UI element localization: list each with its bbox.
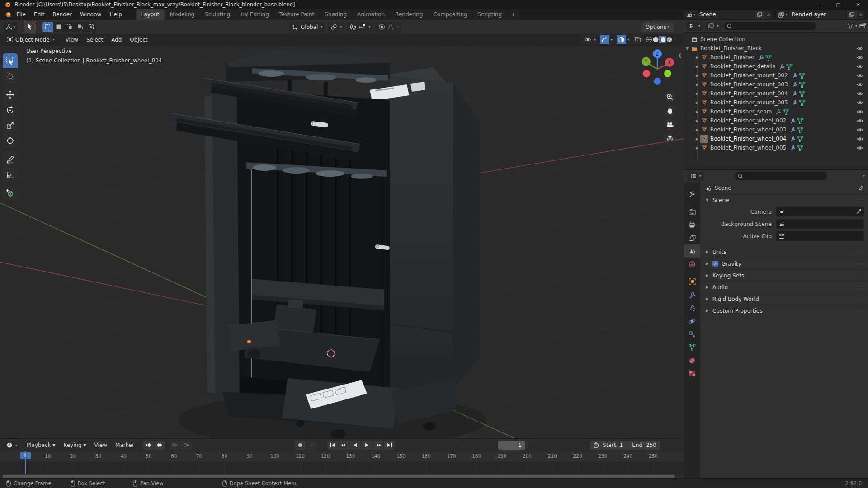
modifier-icon[interactable] bbox=[790, 118, 796, 124]
modifier-icon[interactable] bbox=[792, 91, 797, 97]
insert-keyframe-button[interactable] bbox=[170, 441, 181, 450]
properties-tab-view-layer[interactable] bbox=[684, 231, 700, 244]
gizmos-toggle[interactable]: ▾ bbox=[599, 35, 614, 44]
outliner-object-row[interactable]: ▶ Booklet_Finisher_wheel_003 bbox=[684, 125, 868, 134]
collection-name[interactable]: Booklet_Finisher_Black bbox=[700, 45, 762, 52]
workspace-tab-compositing[interactable]: Compositing bbox=[428, 9, 472, 20]
snapping-controls[interactable]: ▾ bbox=[347, 22, 373, 33]
properties-collapsed-section[interactable]: ▶ ✓ Units :::: bbox=[700, 246, 868, 258]
properties-tab-render[interactable] bbox=[684, 205, 700, 218]
timeline-scrollbar[interactable] bbox=[3, 475, 675, 478]
view-layer-selector[interactable]: ▾ RenderLayer ✕ bbox=[776, 10, 865, 19]
scene-collection-row[interactable]: ▼ Scene Collection bbox=[684, 35, 868, 44]
outliner-object-row[interactable]: ▶ Booklet_Finisher_mount_004 bbox=[684, 89, 868, 98]
end-value[interactable]: 250 bbox=[646, 442, 656, 448]
auto-keying-dropdown[interactable]: ▾ bbox=[306, 441, 317, 450]
auto-keying-button[interactable] bbox=[295, 441, 306, 450]
object-name[interactable]: Booklet_Finisher_mount_003 bbox=[710, 81, 788, 88]
workspace-tab-shading[interactable]: Shading bbox=[320, 9, 352, 20]
hide-eye-icon[interactable] bbox=[856, 117, 864, 125]
workspace-tab-layout[interactable]: Layout bbox=[136, 9, 165, 20]
hide-eye-icon[interactable] bbox=[856, 81, 864, 89]
start-value[interactable]: 1 bbox=[620, 442, 623, 448]
properties-tab-object[interactable] bbox=[684, 275, 700, 288]
close-button[interactable]: ✕ bbox=[848, 0, 868, 9]
scene-section-header[interactable]: ▼ Scene :::: bbox=[700, 194, 868, 206]
properties-tab-object-data[interactable] bbox=[684, 341, 700, 354]
workspace-tab-texture-paint[interactable]: Texture Paint bbox=[274, 9, 319, 20]
properties-options-icon[interactable]: ▾ bbox=[863, 174, 865, 178]
gizmo-z-neg[interactable] bbox=[654, 78, 661, 85]
outliner-object-row[interactable]: ▶ Booklet_Finisher_mount_005 bbox=[684, 98, 868, 107]
outliner-object-row[interactable]: ▶ Booklet_Finisher_details bbox=[684, 62, 868, 71]
hide-eye-icon[interactable] bbox=[856, 135, 864, 143]
new-collection-button[interactable] bbox=[859, 23, 866, 29]
menu-edit[interactable]: Edit bbox=[30, 9, 48, 20]
properties-tab-particles[interactable] bbox=[684, 301, 700, 314]
playhead-frame-badge[interactable]: 1 bbox=[20, 452, 31, 459]
select-mode-subtract[interactable] bbox=[64, 22, 75, 32]
minimize-button[interactable]: ─ bbox=[808, 0, 828, 9]
hide-eye-icon[interactable] bbox=[856, 126, 864, 134]
editor-type-button[interactable]: ▾ bbox=[4, 22, 17, 33]
tool-scale[interactable] bbox=[3, 118, 18, 133]
tool-transform[interactable] bbox=[3, 133, 18, 149]
properties-display-mode[interactable]: ▾ bbox=[688, 172, 704, 181]
collection-row[interactable]: ▼ Booklet_Finisher_Black bbox=[684, 44, 868, 53]
menu-window[interactable]: Window bbox=[76, 9, 105, 20]
shading-wireframe-button[interactable] bbox=[646, 36, 652, 43]
xray-toggle[interactable] bbox=[632, 35, 644, 44]
outliner-filter-mode[interactable]: ▾ bbox=[705, 22, 722, 31]
modifier-icon[interactable] bbox=[790, 127, 796, 133]
tool-select-box[interactable] bbox=[3, 53, 18, 69]
jump-to-end-button[interactable] bbox=[384, 441, 395, 450]
next-keyframe-button[interactable] bbox=[373, 441, 384, 450]
viewport-canvas[interactable] bbox=[0, 34, 684, 438]
tool-move[interactable] bbox=[3, 87, 18, 103]
outliner-filter-button[interactable]: ▾ bbox=[848, 23, 857, 29]
properties-tab-scene[interactable] bbox=[684, 244, 700, 258]
tool-add-cube[interactable] bbox=[3, 186, 18, 201]
section-checkbox[interactable]: ✓ bbox=[712, 261, 718, 267]
jump-to-start-button[interactable] bbox=[327, 441, 339, 450]
unlink-scene-button[interactable]: ✕ bbox=[764, 12, 773, 17]
properties-search[interactable] bbox=[735, 172, 827, 180]
pan-hand-button[interactable] bbox=[664, 105, 676, 117]
properties-collapsed-section[interactable]: ▶ ✓ Rigid Body World :::: bbox=[700, 293, 868, 305]
outliner-object-row[interactable]: ▶ Booklet_Finisher_wheel_005 bbox=[684, 143, 868, 152]
workspace-tab-uv-editing[interactable]: UV Editing bbox=[236, 9, 274, 20]
background-scene-field[interactable] bbox=[776, 219, 864, 229]
modifier-icon[interactable] bbox=[790, 145, 796, 151]
sidebar-collapse-icon[interactable]: ❮ bbox=[678, 53, 682, 58]
hide-eye-icon[interactable] bbox=[856, 144, 864, 152]
orientation-dropdown[interactable]: Global ▾ bbox=[289, 22, 325, 33]
zoom-button[interactable] bbox=[664, 91, 676, 103]
modifier-icon[interactable] bbox=[792, 100, 797, 106]
mesh-data-icon[interactable] bbox=[799, 100, 805, 106]
timeline-track[interactable] bbox=[0, 462, 684, 474]
tool-annotate[interactable] bbox=[3, 152, 18, 167]
timeline-menu-keying[interactable]: Keying ▾ bbox=[59, 440, 90, 450]
properties-tab-tool[interactable] bbox=[684, 188, 700, 201]
play-reverse-button[interactable] bbox=[350, 441, 361, 450]
delete-keyframe-button[interactable] bbox=[181, 441, 192, 450]
mesh-data-icon[interactable] bbox=[799, 91, 805, 97]
object-name[interactable]: Booklet_Finisher_wheel_005 bbox=[710, 145, 786, 151]
jump-prev-keyframe-button[interactable] bbox=[143, 441, 154, 450]
add-workspace-button[interactable]: + bbox=[507, 9, 519, 20]
new-view-layer-button[interactable] bbox=[846, 11, 857, 19]
outliner-object-row[interactable]: ▶ Booklet_Finisher_wheel_004 bbox=[684, 134, 868, 143]
booklet-finisher-model[interactable] bbox=[166, 49, 480, 438]
mesh-object-icon[interactable] bbox=[700, 81, 708, 89]
timeline-menu-view[interactable]: View bbox=[90, 440, 111, 450]
camera-view-button[interactable] bbox=[664, 119, 676, 131]
object-name[interactable]: Booklet_Finisher_mount_005 bbox=[710, 99, 788, 106]
shading-solid-button[interactable] bbox=[652, 36, 659, 43]
hide-eye-icon[interactable] bbox=[856, 90, 864, 98]
object-name[interactable]: Booklet_Finisher_wheel_002 bbox=[710, 117, 786, 124]
gizmo-x-neg[interactable] bbox=[643, 70, 650, 77]
properties-collapsed-section[interactable]: ▶ ✓ Gravity :::: bbox=[700, 258, 868, 269]
navigation-gizmo[interactable]: Z Y X bbox=[635, 46, 680, 91]
modifier-icon[interactable] bbox=[758, 55, 764, 61]
play-button[interactable] bbox=[361, 441, 373, 450]
